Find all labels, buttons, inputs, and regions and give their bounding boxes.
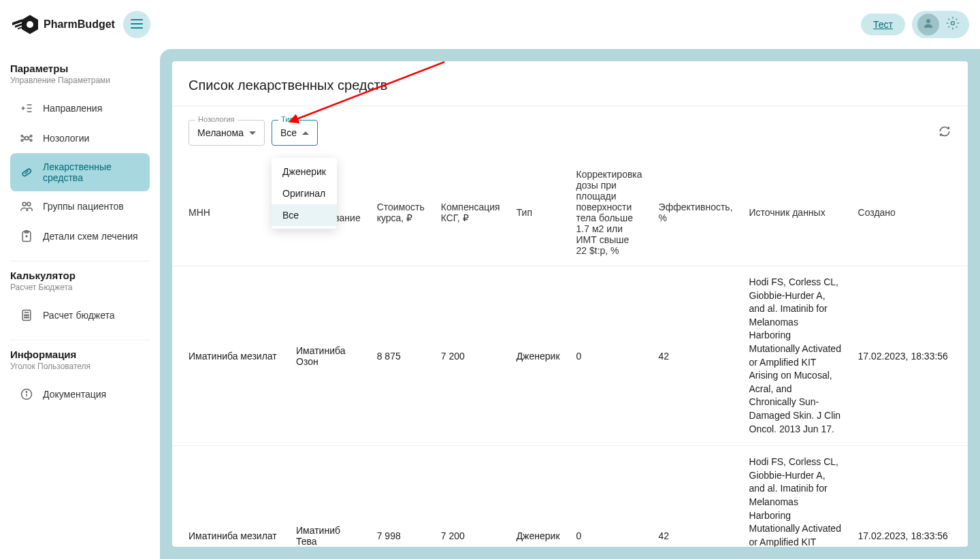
sidebar-item-budget-calc[interactable]: Расчет бюджета — [10, 300, 150, 330]
type-option-generic[interactable]: Дженерик — [272, 161, 337, 182]
svg-point-33 — [26, 392, 27, 392]
cell-dose: 0 — [568, 266, 651, 446]
col-created[interactable]: Создано — [850, 159, 968, 266]
col-source[interactable]: Источник данных — [741, 159, 850, 266]
sidebar-item-patient-groups[interactable]: Группы пациентов — [10, 191, 150, 221]
refresh-button[interactable] — [938, 125, 951, 141]
page-title: Список лекарственных средств — [172, 61, 968, 106]
table-toolbar: Нозология Меланома Тип Все — [172, 106, 968, 159]
sidebar-item-label: Группы пациентов — [43, 201, 124, 212]
nosology-select-wrap: Нозология Меланома — [189, 120, 265, 146]
directions-icon — [20, 101, 33, 115]
cell-created: 17.02.2023, 18:33:56 — [850, 266, 968, 446]
hamburger-icon — [131, 19, 143, 31]
sidebar-item-treatment-details[interactable]: Детали схем лечения — [10, 221, 150, 251]
sidebar-item-label: Направления — [43, 103, 102, 114]
svg-rect-4 — [18, 27, 22, 29]
filter-group: Нозология Меланома Тип Все — [189, 120, 318, 146]
cell-source: Hodi FS, Corless CL, Giobbie-Hurder A, a… — [741, 446, 850, 547]
user-avatar[interactable] — [917, 14, 939, 35]
nosology-icon — [20, 131, 33, 145]
sidebar-item-label: Расчет бюджета — [43, 310, 115, 321]
user-icon — [922, 17, 934, 32]
cell-trade: Иматиниб Тева — [288, 446, 369, 547]
col-comp[interactable]: Компенсация КСГ, ₽ — [433, 159, 508, 266]
cell-comp: 7 200 — [433, 446, 508, 547]
col-mnn[interactable]: МНН — [172, 159, 288, 266]
cell-source: Hodi FS, Corless CL, Giobbie-Hurder A, a… — [741, 266, 850, 446]
svg-point-18 — [27, 202, 31, 206]
cell-eff: 42 — [651, 446, 741, 547]
clipboard-icon — [20, 229, 33, 243]
test-link[interactable]: Тест — [861, 14, 905, 35]
main-content: Список лекарственных средств Нозология М… — [160, 49, 980, 559]
sidebar: Параметры Управление Параметрами Направл… — [0, 49, 160, 559]
select-value: Все — [280, 127, 297, 138]
sidebar-item-drugs[interactable]: Лекарственные средства — [10, 153, 150, 191]
svg-point-10 — [25, 137, 29, 140]
sidebar-divider — [10, 340, 150, 340]
select-label: Нозология — [195, 115, 238, 123]
section-subtitle: Управление Параметрами — [10, 76, 150, 85]
cell-comp: 7 200 — [433, 266, 508, 446]
table-row[interactable]: Иматиниба мезилат Иматиниба Озон 8 875 7… — [172, 266, 968, 446]
sidebar-item-nosologies[interactable]: Нозологии — [10, 123, 150, 153]
app-header: PharmBudget Тест — [0, 0, 980, 49]
pill-icon — [20, 165, 33, 179]
svg-point-17 — [22, 202, 26, 206]
section-title: Параметры — [10, 63, 150, 74]
logo-icon — [11, 11, 38, 38]
info-icon — [20, 387, 33, 401]
sidebar-item-label: Нозологии — [43, 133, 89, 144]
settings-button[interactable] — [942, 14, 964, 35]
cell-dose: 0 — [568, 446, 651, 547]
cell-cost: 8 875 — [369, 266, 433, 446]
col-type[interactable]: Тип — [508, 159, 568, 266]
svg-point-28 — [24, 317, 25, 318]
col-eff[interactable]: Эффективность, % — [651, 159, 741, 266]
section-subtitle: Расчет Бюджета — [10, 283, 150, 292]
cell-mnn: Иматиниба мезилат — [172, 446, 288, 547]
type-select[interactable]: Все — [272, 120, 318, 146]
cell-cost: 7 998 — [369, 446, 433, 547]
header-right: Тест — [861, 11, 969, 38]
col-dose[interactable]: Корректировка дозы при площади поверхнос… — [568, 159, 651, 266]
sidebar-section-info: Информация Уголок Пользователя Документа… — [10, 349, 150, 409]
type-dropdown: Дженерик Оригинал Все — [272, 158, 337, 229]
svg-point-30 — [28, 317, 29, 318]
cell-created: 17.02.2023, 18:33:56 — [850, 446, 968, 547]
table-row[interactable]: Иматиниба мезилат Иматиниб Тева 7 998 7 … — [172, 446, 968, 547]
brand-name: PharmBudget — [44, 18, 115, 31]
refresh-icon — [938, 129, 951, 140]
cell-type: Дженерик — [508, 446, 568, 547]
select-label: Тип — [278, 115, 296, 123]
sidebar-divider — [10, 261, 150, 261]
type-option-all[interactable]: Все — [272, 204, 337, 226]
logo[interactable]: PharmBudget — [11, 11, 115, 38]
type-option-original[interactable]: Оригинал — [272, 182, 337, 204]
nosology-select[interactable]: Меланома — [189, 120, 265, 146]
chevron-down-icon — [249, 131, 256, 135]
chevron-up-icon — [302, 131, 309, 135]
select-value: Меланома — [197, 127, 244, 138]
type-select-wrap: Тип Все Дженерик Оригинал Все — [272, 120, 318, 146]
svg-point-27 — [28, 315, 29, 315]
col-cost[interactable]: Стоимость курса, ₽ — [369, 159, 433, 266]
cell-type: Дженерик — [508, 266, 568, 446]
svg-point-8 — [926, 19, 930, 23]
sidebar-item-label: Лекарственные средства — [43, 161, 140, 183]
user-controls — [912, 11, 969, 38]
svg-point-29 — [26, 317, 27, 318]
gear-icon — [946, 16, 960, 33]
sidebar-item-documentation[interactable]: Документация — [10, 379, 150, 409]
calculator-icon — [20, 308, 33, 322]
sidebar-item-label: Документация — [43, 389, 106, 400]
menu-toggle-button[interactable] — [123, 11, 150, 38]
groups-icon — [20, 199, 33, 213]
sidebar-item-label: Детали схем лечения — [43, 231, 138, 242]
svg-point-9 — [951, 22, 955, 25]
svg-point-1 — [27, 21, 33, 28]
sidebar-section-parameters: Параметры Управление Параметрами Направл… — [10, 63, 150, 251]
sidebar-item-directions[interactable]: Направления — [10, 93, 150, 123]
cell-trade: Иматиниба Озон — [288, 266, 369, 446]
